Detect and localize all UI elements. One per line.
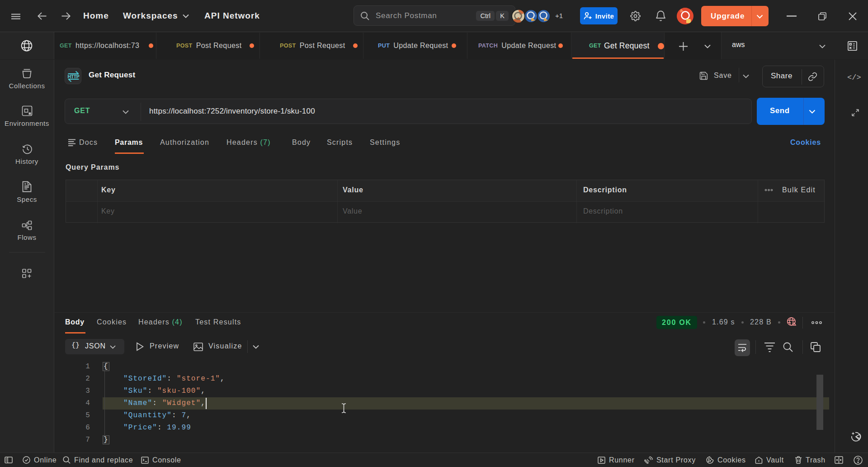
svg-text:HTTP: HTTP: [68, 74, 80, 79]
